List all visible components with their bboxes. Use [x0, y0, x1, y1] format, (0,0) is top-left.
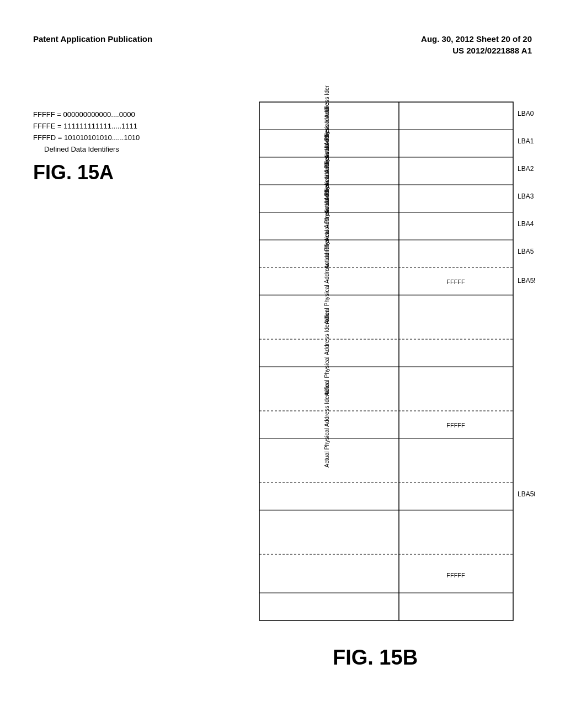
lba-4: LBA4	[518, 220, 534, 228]
fig15a-title: FIG. 15A	[33, 161, 188, 184]
lba-1: LBA1	[518, 137, 534, 145]
text-fffff-lba500: FFFFF	[446, 572, 465, 579]
fig15b-svg: Actual Physical Address Identifier Actua…	[215, 85, 535, 681]
lba-500: LBA500	[518, 490, 535, 498]
lba-3: LBA3	[518, 192, 534, 200]
svg-rect-0	[259, 102, 513, 620]
equation-ffffe: FFFFE = 111111111111.....1111	[33, 122, 188, 130]
text-mid2: Actual Physical Address Identifier	[323, 382, 330, 468]
lba-2: LBA2	[518, 165, 534, 173]
header-right: Aug. 30, 2012 Sheet 20 of 20 US 2012/022…	[421, 33, 532, 56]
lba-55: LBA55	[518, 277, 535, 285]
header-left: Patent Application Publication	[33, 33, 152, 45]
fig15a-panel: FFFFF = 000000000000....0000 FFFFE = 111…	[33, 110, 188, 184]
patent-number: US 2012/0221888 A1	[421, 45, 532, 56]
lba-5: LBA5	[518, 248, 534, 255]
fig15b-svg-title: FIG. 15B	[333, 646, 418, 669]
text-fffff-lba55: FFFFF	[446, 279, 465, 285]
defined-data-label: Defined Data Identifiers	[44, 145, 188, 153]
sheet-info: Aug. 30, 2012 Sheet 20 of 20	[421, 33, 532, 45]
publication-title: Patent Application Publication	[33, 34, 152, 44]
lba-0: LBA0	[518, 110, 534, 117]
equation-ffffd: FFFFD = 101010101010......1010	[33, 133, 188, 142]
equation-fffff: FFFFF = 000000000000....0000	[33, 110, 188, 119]
page-header: Patent Application Publication Aug. 30, …	[0, 33, 565, 56]
text-fffff-mid: FFFFF	[446, 422, 465, 429]
